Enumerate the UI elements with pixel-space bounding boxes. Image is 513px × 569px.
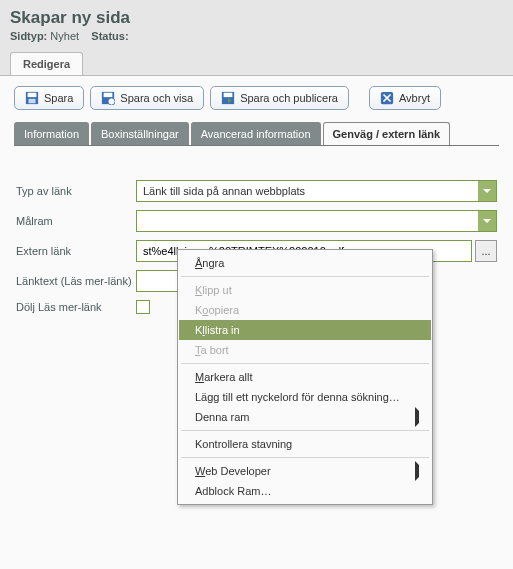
ctx-selectall[interactable]: Markera allt — [179, 367, 431, 387]
malram-label: Målram — [16, 215, 136, 227]
cancel-icon — [380, 91, 394, 105]
svg-rect-4 — [104, 93, 113, 97]
tab-genvag[interactable]: Genväg / extern länk — [323, 122, 451, 145]
svg-rect-2 — [29, 99, 36, 103]
page-meta: Sidtyp: Nyhet Status: — [10, 30, 503, 42]
save-button[interactable]: Spara — [14, 86, 84, 110]
save-icon — [25, 91, 39, 105]
ctx-cut: Klipp ut — [179, 280, 431, 300]
ctx-addkeyword[interactable]: Lägg till ett nyckelord för denna söknin… — [179, 387, 431, 407]
chevron-down-icon — [478, 211, 496, 231]
separator — [181, 276, 429, 277]
tab-avancerad[interactable]: Avancerad information — [191, 122, 321, 145]
separator — [181, 363, 429, 364]
lanktext-label: Länktext (Läs mer-länk) — [16, 275, 136, 287]
dolj-checkbox[interactable] — [136, 300, 150, 314]
page-header: Skapar ny sida Sidtyp: Nyhet Status: — [0, 0, 513, 46]
malram-select[interactable] — [136, 210, 497, 232]
svg-rect-1 — [28, 93, 37, 97]
separator — [181, 457, 429, 458]
page-title: Skapar ny sida — [10, 8, 503, 28]
ctx-adblock[interactable]: Adblock Ram… — [179, 481, 431, 501]
svg-rect-7 — [224, 93, 233, 97]
toolbar: Spara Spara och visa Spara och publicera… — [0, 76, 513, 120]
typ-select[interactable]: Länk till sida på annan webbplats — [136, 180, 497, 202]
ctx-copy: Koopiera — [179, 300, 431, 320]
separator — [181, 430, 429, 431]
main-tabbar: Redigera — [10, 52, 513, 75]
ctx-frame[interactable]: Denna ram — [179, 407, 431, 427]
save-view-icon — [101, 91, 115, 105]
subtab-bar: Information Boxinställningar Avancerad i… — [14, 122, 513, 145]
typ-label: Typ av länk — [16, 185, 136, 197]
ctx-undo[interactable]: Ångra — [179, 253, 431, 273]
save-view-button[interactable]: Spara och visa — [90, 86, 204, 110]
ctx-webdeveloper[interactable]: Web Developer — [179, 461, 431, 481]
ctx-spellcheck[interactable]: Kontrollera stavning — [179, 434, 431, 454]
submenu-arrow-icon — [415, 411, 423, 423]
tab-redigera[interactable]: Redigera — [10, 52, 83, 75]
save-publish-button[interactable]: Spara och publicera — [210, 86, 349, 110]
submenu-arrow-icon — [415, 465, 423, 477]
dolj-label: Dölj Läs mer-länk — [16, 301, 136, 313]
ctx-delete: Ta bort — [179, 340, 431, 360]
cancel-button[interactable]: Avbryt — [369, 86, 441, 110]
ctx-paste[interactable]: Kllistra in — [179, 320, 431, 340]
browse-button[interactable]: ... — [475, 240, 497, 262]
tab-information[interactable]: Information — [14, 122, 89, 145]
tab-boxinstallningar[interactable]: Boxinställningar — [91, 122, 189, 145]
context-menu: Ångra Klipp ut Koopiera Kllistra in Ta b… — [177, 249, 433, 505]
chevron-down-icon — [478, 181, 496, 201]
svg-point-5 — [108, 98, 115, 105]
extern-label: Extern länk — [16, 245, 136, 257]
save-publish-icon — [221, 91, 235, 105]
